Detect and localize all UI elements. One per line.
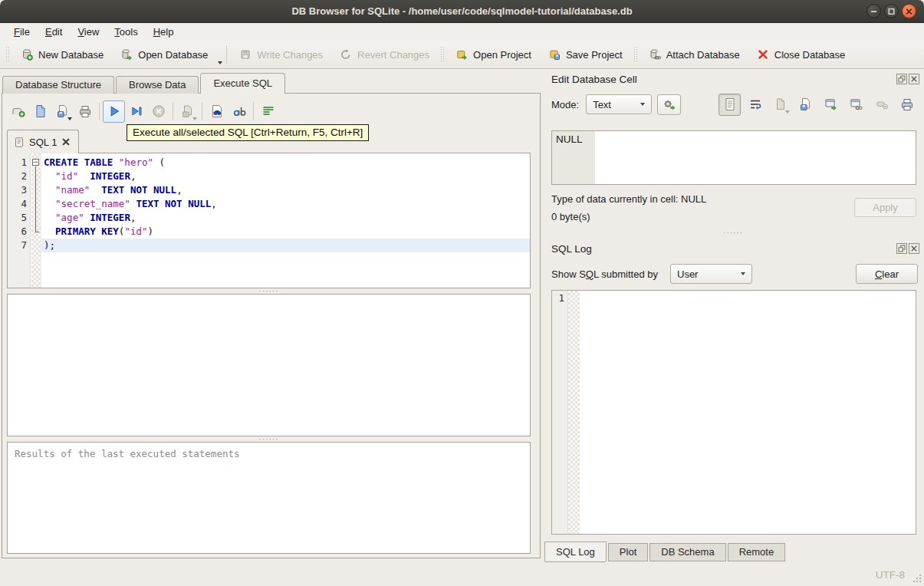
text-mode-button[interactable] [718,94,741,116]
dropdown-arrow-icon [192,117,197,120]
toolbar-drag-handle[interactable] [440,46,445,63]
results-placeholder: Results of the last executed statements [15,448,240,459]
save-as-button[interactable] [794,94,817,116]
menu-tools[interactable]: Tools [107,25,145,39]
open-database-button[interactable]: Open Database [112,44,216,66]
code-line[interactable]: "id" INTEGER, [41,170,530,183]
close-database-button[interactable]: Close Database [748,44,854,66]
clear-log-button[interactable]: Clear [856,264,918,284]
line-number: 4 [8,197,31,211]
toolbar-drag-handle[interactable] [5,46,10,63]
new-sql-tab-button[interactable] [7,100,29,123]
find-replace-icon [209,104,225,119]
code-token: , [176,184,182,196]
open-sql-file-button[interactable] [29,100,51,123]
maximize-button[interactable] [884,4,899,18]
sql-tab-label: SQL 1 [29,137,57,148]
tab-execute-sql[interactable]: Execute SQL [200,73,285,94]
sql-tab[interactable]: SQL 1 [7,130,79,153]
align-lines-button[interactable] [257,100,279,123]
mode-select[interactable]: Text [586,94,652,114]
code-token: CREATE TABLE [44,156,113,168]
float-panel-button[interactable] [896,243,907,254]
sql-log-filter-select[interactable]: User [670,264,752,284]
code-token: "secret_name" [55,198,130,209]
resize-grip-icon[interactable] [912,573,921,582]
line-number: 7 [8,239,31,252]
code-line[interactable]: "name" TEXT NOT NULL, [41,183,530,197]
log-content [580,291,916,534]
sql-log-view[interactable]: 1 [551,290,916,535]
cell-value-editor[interactable]: NULL [551,130,916,185]
find-replace-button[interactable] [206,100,228,123]
code-line[interactable]: ); [41,239,530,252]
print-cell-button[interactable] [896,94,918,116]
close-tab-icon[interactable] [61,137,71,146]
import-file-button [769,94,791,116]
titlebar[interactable]: DB Browser for SQLite - /home/user/code/… [0,0,924,23]
execute-all-button[interactable] [103,100,125,123]
float-panel-button[interactable] [896,74,907,84]
toolbar-drag-handle[interactable] [633,46,638,63]
results-message-pane[interactable]: Results of the last executed statements [7,442,531,554]
tab-database-structure[interactable]: Database Structure [2,76,114,94]
log-fold-margin [568,291,580,534]
encoding-indicator[interactable]: UTF-8 [876,569,905,581]
cell-editor-body[interactable] [595,131,916,184]
tab-browse-data[interactable]: Browse Data [116,76,199,94]
splitter-handle[interactable] [7,436,531,442]
sql-workspace: Database Structure Browse Data Execute S… [0,69,542,564]
print-sql-button[interactable] [74,100,96,123]
dock-tab-sql-log[interactable]: SQL Log [544,542,607,562]
new-database-button[interactable]: New Database [12,44,112,66]
menu-help[interactable]: Help [146,25,182,39]
copy-link-button[interactable] [845,94,867,116]
code-line[interactable]: CREATE TABLE "hero" ( [41,156,530,170]
auto-apply-gear-icon [662,97,677,112]
attach-database-button[interactable]: Attach Database [640,44,748,66]
sql-code-editor[interactable]: 1 CREATE TABLE "hero" ( 2 "id" INTEGER, … [7,153,531,288]
attach-database-icon [649,48,661,61]
close-panel-button[interactable] [909,243,919,254]
save-results-button [176,100,199,123]
sql-log-filter-row: Show SQL submitted by User Clear [551,262,918,286]
dock-tab-plot[interactable]: Plot [608,543,648,561]
save-project-button[interactable]: Save Project [540,44,631,66]
close-panel-button[interactable] [909,74,919,84]
dock-panels: Edit Database Cell Mode: Text [542,69,924,564]
open-external-button[interactable] [820,94,842,116]
minimize-button[interactable] [866,4,881,18]
code-token: INTEGER [90,212,130,223]
dock-tab-remote[interactable]: Remote [728,543,786,561]
open-project-button[interactable]: Open Project [447,44,540,66]
menu-edit[interactable]: Edit [38,25,70,39]
code-line[interactable]: "secret_name" TEXT NOT NULL, [41,197,530,211]
code-line[interactable]: PRIMARY KEY("id") [41,225,530,239]
write-changes-button: Write Changes [231,44,331,66]
dock-tab-db-schema[interactable]: DB Schema [649,543,725,561]
apply-button: Apply [854,198,916,217]
splitter-handle[interactable] [7,288,531,294]
toolbar-separator [99,102,100,120]
execute-line-button[interactable] [125,100,147,123]
auto-apply-button[interactable] [657,94,681,115]
close-button[interactable] [902,4,916,18]
text-mode-icon [722,97,738,112]
format-sql-button[interactable] [228,100,250,123]
word-wrap-button[interactable] [744,94,766,116]
menu-file[interactable]: File [6,25,38,39]
panel-title: Edit Database Cell [551,74,637,85]
toolbar-separator [226,45,227,64]
cell-size-info: 0 byte(s) [551,211,590,222]
code-line[interactable]: "age" INTEGER, [41,211,530,225]
align-lines-icon [261,104,276,119]
code-row: 6 PRIMARY KEY("id") [8,225,530,239]
splitter-handle[interactable] [542,230,924,236]
toolbar-separator [202,102,202,120]
save-sql-file-button[interactable] [51,100,74,123]
fold-marker-icon[interactable] [31,156,41,170]
open-database-dropdown-arrow[interactable] [218,61,222,64]
execute-all-icon [107,104,122,119]
revert-changes-button: Revert Changes [331,44,438,66]
menu-view[interactable]: View [70,25,107,39]
